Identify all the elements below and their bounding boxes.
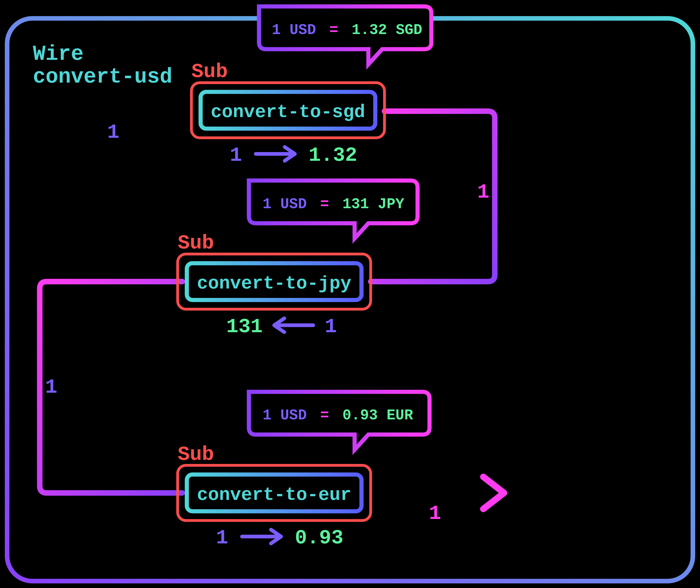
io-sgd-right: 1.32 bbox=[309, 144, 357, 167]
wire-value-3: 1 bbox=[45, 376, 57, 399]
node-sgd-name: convert-to-sgd bbox=[211, 102, 365, 123]
tooltip-sgd-right: 1.32 SGD bbox=[352, 22, 423, 38]
frame-title-line2: convert-usd bbox=[33, 65, 172, 89]
tooltip-jpy-right: 131 JPY bbox=[342, 196, 405, 213]
io-eur-right: 0.93 bbox=[295, 527, 343, 549]
sub-label-sgd: Sub bbox=[191, 60, 228, 83]
io-jpy-left: 131 bbox=[226, 315, 263, 338]
io-row-eur: 1 0.93 bbox=[216, 527, 343, 549]
svg-text:1 USD
        =
        1.32 S: 1 USD = 1.32 SGD bbox=[272, 22, 422, 38]
io-jpy-right: 1 bbox=[325, 315, 337, 338]
node-eur: 1 USD = 0.93 EUR Sub convert-to-eur 1 0.… bbox=[178, 392, 430, 549]
tooltip-jpy-left: 1 USD bbox=[263, 196, 307, 213]
node-jpy-name: convert-to-jpy bbox=[197, 273, 352, 294]
node-jpy: 1 USD = 131 JPY Sub convert-to-jpy 131 1 bbox=[178, 181, 418, 338]
tooltip-sgd-left: 1 USD bbox=[272, 22, 316, 38]
sub-label-jpy: Sub bbox=[178, 232, 214, 254]
wire-value-4: 1 bbox=[429, 502, 441, 525]
wire-value-2: 1 bbox=[477, 181, 489, 204]
io-row-sgd: 1 1.32 bbox=[230, 144, 357, 167]
sub-label-eur: Sub bbox=[178, 443, 214, 466]
tooltip-eur-right: 0.93 EUR bbox=[342, 407, 413, 424]
tooltip-jpy: 1 USD = 131 JPY bbox=[249, 181, 418, 239]
frame-title-line1: Wire bbox=[33, 42, 84, 66]
io-sgd-left: 1 bbox=[230, 144, 242, 167]
tooltip-sgd: 1 USD = 1.32 SGD bbox=[259, 6, 431, 64]
node-sgd: 1 USD = 1.32 SGD Sub convert-to-sgd 1 1.… bbox=[191, 6, 431, 167]
wire-seg3 bbox=[40, 282, 182, 493]
io-row-jpy: 131 1 bbox=[226, 315, 337, 338]
io-eur-left: 1 bbox=[216, 527, 228, 549]
tooltip-eur: 1 USD = 0.93 EUR bbox=[249, 392, 430, 450]
node-eur-name: convert-to-eur bbox=[197, 485, 352, 505]
svg-text:1 USD
        =
        131 JP: 1 USD = 131 JPY bbox=[263, 196, 405, 213]
wire-value-1: 1 bbox=[107, 121, 119, 144]
tooltip-eur-left: 1 USD bbox=[263, 407, 307, 424]
